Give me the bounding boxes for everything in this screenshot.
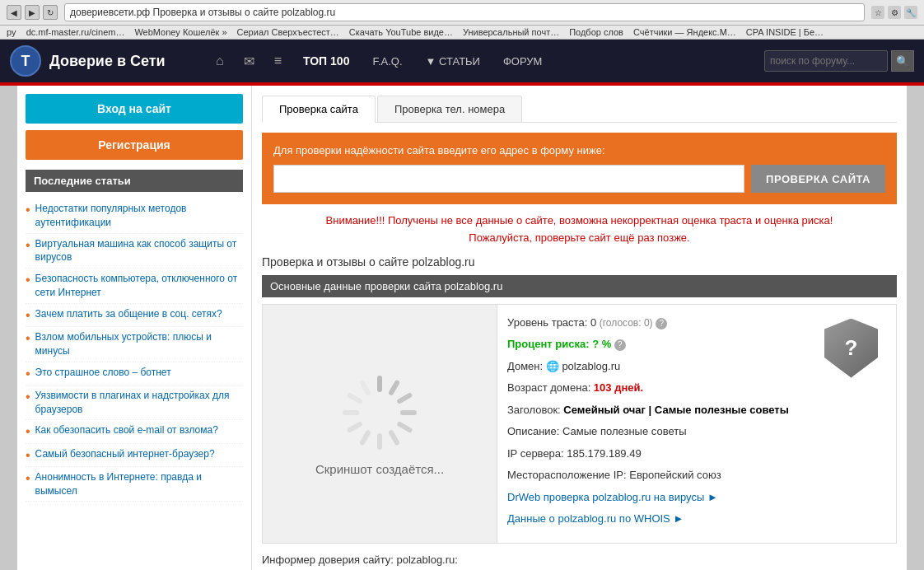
spinner-line-5 <box>396 420 413 432</box>
site-search: 🔍 <box>764 50 914 72</box>
nav-faq[interactable]: F.A.Q. <box>362 50 412 72</box>
bookmark-py[interactable]: py <box>7 27 16 37</box>
trust-shield-badge: ? <box>824 319 878 378</box>
trust-help-icon[interactable]: ? <box>656 318 667 329</box>
article-link-0[interactable]: Недостатки популярных методов аутентифик… <box>35 202 243 230</box>
spinner-line-11 <box>347 391 363 404</box>
sidebar-article-item: Безопасность компьютера, отключенного от… <box>26 269 243 304</box>
register-button[interactable]: Регистрация <box>26 130 243 160</box>
article-link-4[interactable]: Взлом мобильных устройств: плюсы и минус… <box>35 330 243 358</box>
login-button[interactable]: Вход на сайт <box>26 94 243 124</box>
spinner-line-1 <box>377 376 382 392</box>
trust-level-label: Уровень траста: <box>507 316 590 329</box>
description-row: Описание: Самые полезные советы <box>507 423 886 440</box>
check-form-section: Для проверки надёжности сайта введите ег… <box>262 133 897 204</box>
description-value: Самые полезные советы <box>562 425 686 437</box>
sidebar-article-item: Взлом мобильных устройств: плюсы и минус… <box>26 327 243 362</box>
extension-icon[interactable]: 🔧 <box>904 6 917 19</box>
whois-link[interactable]: Данные о polzablog.ru по WHOIS ► <box>507 512 684 525</box>
article-link-7[interactable]: Как обезопасить свой e-mail от взлома? <box>35 423 218 437</box>
ip-value: 185.179.189.49 <box>567 447 641 460</box>
logo-text: Доверие в Сети <box>49 53 166 70</box>
spinner-line-9 <box>347 420 363 432</box>
loading-spinner <box>338 371 421 454</box>
ip-label: IP сервера: <box>507 447 567 460</box>
results-info: ? Уровень траста: 0 (голосов: 0) ? Проце… <box>497 305 896 543</box>
main-wrapper: Вход на сайт Регистрация Последние стать… <box>17 86 907 570</box>
sidebar-article-item: Уязвимости в плагинах и надстройках для … <box>26 385 243 421</box>
address-bar[interactable]: довериевсети.рф Проверка и отзывы о сайт… <box>64 3 865 21</box>
tab-check-phone[interactable]: Проверка тел. номера <box>377 96 522 122</box>
drweb-row: DrWeb проверка polzablog.ru на вирусы ► <box>507 489 886 506</box>
home-nav-icon[interactable]: ⌂ <box>208 49 232 73</box>
bookmark-serial[interactable]: Сериал Сверхъестест… <box>237 27 339 37</box>
drweb-link[interactable]: DrWeb проверка polzablog.ru на вирусы ► <box>507 491 718 503</box>
risk-value: ? % <box>592 338 611 350</box>
location-value: Европейский союз <box>629 469 721 481</box>
results-screenshot: Скриншот создаётся... <box>263 305 497 543</box>
spinner-line-2 <box>388 379 400 395</box>
age-value: 103 дней. <box>594 381 643 394</box>
bookmark-cpa[interactable]: CPA INSIDE | Бе… <box>746 27 824 37</box>
spinner-line-7 <box>377 433 382 450</box>
sidebar-article-list: Недостатки популярных методов аутентифик… <box>26 199 243 502</box>
warning-line2: Пожалуйста, проверьте сайт ещё раз позже… <box>262 230 897 247</box>
check-form-title: Для проверки надёжности сайта введите ег… <box>273 144 885 157</box>
sidebar-articles-title: Последние статьи <box>26 170 243 192</box>
results-section-bar: Основные данные проверки сайта polzablog… <box>262 275 897 297</box>
check-form-row: ПРОВЕРКА САЙТА <box>273 165 885 193</box>
browser-chrome: ◀ ▶ ↻ довериевсети.рф Проверка и отзывы … <box>0 0 924 26</box>
mail-nav-icon[interactable]: ✉ <box>236 49 263 74</box>
domain-icon: 🌐 <box>546 360 562 372</box>
article-link-2[interactable]: Безопасность компьютера, отключенного от… <box>35 272 243 300</box>
informer-title: Информер доверия сайту: polzablog.ru: <box>262 554 897 566</box>
site-nav: ⌂ ✉ ≡ ТОП 100 F.A.Q. ▼ СТАТЬИ ФОРУМ <box>208 49 748 74</box>
nav-forum[interactable]: ФОРУМ <box>493 50 552 72</box>
bookmark-dc[interactable]: dc.mf-master.ru/cinem… <box>26 27 125 37</box>
spinner-line-8 <box>359 429 371 446</box>
settings-icon[interactable]: ⚙ <box>888 6 901 19</box>
bookmark-webmoney[interactable]: WebMoney Кошелёк » <box>134 27 226 37</box>
sidebar-article-item: Недостатки популярных методов аутентифик… <box>26 199 243 234</box>
star-icon[interactable]: ☆ <box>871 6 884 19</box>
article-link-8[interactable]: Самый безопасный интернет-браузер? <box>35 447 215 461</box>
forward-button[interactable]: ▶ <box>25 5 40 20</box>
site-title-label: Заголовок: <box>507 404 563 416</box>
refresh-button[interactable]: ↻ <box>43 5 58 20</box>
location-row: Месторасположение IP: Европейский союз <box>507 467 886 484</box>
tabs-row: Проверка сайта Проверка тел. номера <box>262 96 897 123</box>
nav-articles[interactable]: ▼ СТАТЬИ <box>416 50 490 72</box>
risk-help-icon[interactable]: ? <box>614 339 626 351</box>
forum-search-input[interactable] <box>764 50 888 72</box>
content-area: Проверка сайта Проверка тел. номера Для … <box>252 86 907 570</box>
article-link-9[interactable]: Анонимность в Интернете: правда и вымысе… <box>35 470 243 498</box>
site-logo[interactable]: Т Доверие в Сети <box>10 45 191 77</box>
bookmark-youtube[interactable]: Скачать YouTube виде… <box>349 27 453 37</box>
results-grid: Скриншот создаётся... ? Уровень траста: … <box>262 304 897 544</box>
sidebar-article-item: Анонимность в Интернете: правда и вымысе… <box>26 467 243 502</box>
description-label: Описание: <box>507 425 562 437</box>
sidebar-article-item: Самый безопасный интернет-браузер? <box>26 444 243 467</box>
article-link-1[interactable]: Виртуальная машина как способ защиты от … <box>35 237 243 265</box>
forum-search-button[interactable]: 🔍 <box>891 50 914 72</box>
check-site-button[interactable]: ПРОВЕРКА САЙТА <box>751 165 885 193</box>
list-nav-icon[interactable]: ≡ <box>266 49 290 73</box>
nav-top100[interactable]: ТОП 100 <box>293 49 359 72</box>
site-title-row: Заголовок: Семейный очаг | Самые полезны… <box>507 402 886 418</box>
browser-nav-controls: ◀ ▶ ↻ <box>7 5 58 20</box>
trust-votes: (голосов: 0) <box>600 317 653 329</box>
page-title: Проверка и отзывы о сайте polzablog.ru <box>262 255 897 269</box>
article-link-6[interactable]: Уязвимости в плагинах и надстройках для … <box>35 389 243 417</box>
sidebar-article-item: Виртуальная машина как способ защиты от … <box>26 234 243 269</box>
bookmark-counters[interactable]: Счётчики — Яндекс.М… <box>633 27 736 37</box>
bookmark-mail[interactable]: Универсальный почт… <box>463 27 559 37</box>
article-link-5[interactable]: Это страшное слово – ботнет <box>35 366 171 380</box>
spinner-line-10 <box>343 410 359 415</box>
tab-check-site[interactable]: Проверка сайта <box>262 96 376 123</box>
spinner-line-12 <box>359 379 371 395</box>
site-check-input[interactable] <box>273 165 744 193</box>
article-link-3[interactable]: Зачем платить за общение в соц. сетях? <box>35 307 222 321</box>
spinner-line-6 <box>388 429 400 446</box>
back-button[interactable]: ◀ <box>7 5 21 20</box>
bookmark-keywords[interactable]: Подбор слов <box>569 27 623 37</box>
